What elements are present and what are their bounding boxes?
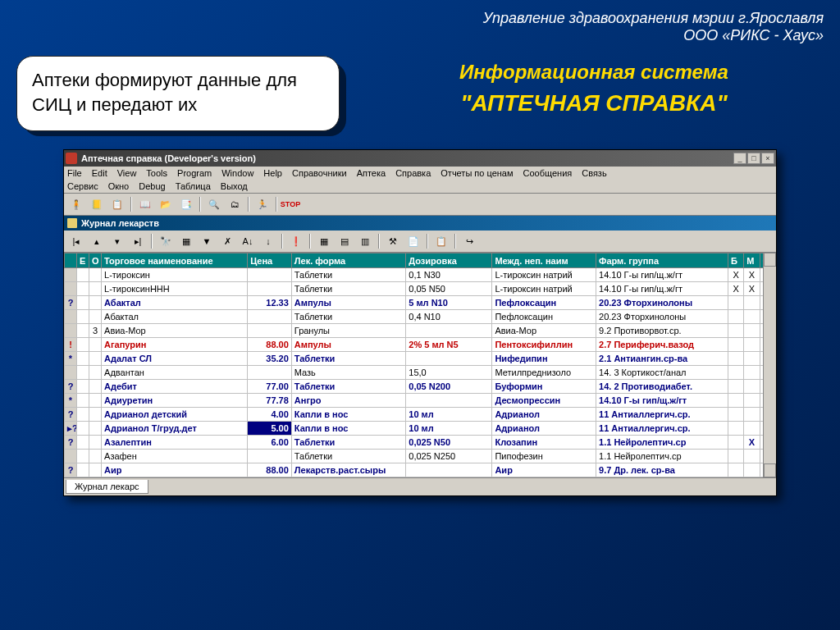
cell-e[interactable] [77, 380, 89, 394]
cell-mark[interactable]: ? [65, 463, 77, 477]
cell-mark[interactable]: ? [65, 380, 77, 394]
cell-inn[interactable]: Десмопрессин [492, 394, 596, 408]
toolbar-icon[interactable]: 📖 [136, 196, 154, 212]
cell-inn[interactable]: Аир [492, 463, 596, 477]
cell-o[interactable] [89, 352, 102, 366]
cell-dose[interactable]: 0,1 N30 [406, 268, 492, 282]
cell-o[interactable] [89, 268, 102, 282]
col-e[interactable]: Е [77, 253, 89, 268]
funnel-icon[interactable]: ▼ [198, 233, 216, 249]
cell-inn[interactable]: Адрианол [492, 408, 596, 422]
cell-inn[interactable]: Пефлоксацин [492, 296, 596, 310]
cell-inn[interactable]: Пентоксифиллин [492, 338, 596, 352]
cell-grp[interactable]: 11 Антиаллергич.ср. [596, 408, 728, 422]
cell-mark[interactable] [65, 282, 77, 296]
cell-grp[interactable]: 14. 3 Кортикост/анал [596, 366, 728, 380]
cell-mark[interactable]: ? [65, 296, 77, 310]
cell-name[interactable]: Адебит [102, 380, 248, 394]
cell-e[interactable] [77, 296, 89, 310]
cell-price[interactable]: 77.00 [248, 380, 292, 394]
cell-mark[interactable]: ? [65, 436, 77, 450]
cell-grp[interactable]: 20.23 Фторхинолоны [596, 296, 728, 310]
cell-m[interactable] [744, 394, 760, 408]
table-row[interactable]: *Адалат СЛ35.20ТаблеткиНифедипин2.1 Анти… [65, 352, 776, 366]
cell-form[interactable]: Таблетки [291, 352, 405, 366]
cell-name[interactable]: Азафен [102, 450, 248, 463]
copy-icon[interactable]: 📋 [432, 233, 450, 249]
menu-item[interactable]: Выход [221, 181, 248, 191]
cell-inn[interactable]: L-тироксин натрий [492, 268, 596, 282]
cell-b[interactable]: Х [728, 268, 743, 282]
cell-form[interactable]: Ангро [291, 394, 405, 408]
cell-b[interactable]: Х [728, 282, 743, 296]
cell-price[interactable]: 12.33 [248, 296, 292, 310]
table-row[interactable]: ?Аир88.00Лекарств.раст.сырыАир9.7 Др. ле… [65, 463, 776, 477]
table-row[interactable]: АбакталТаблетки0,4 N10Пефлоксацин20.23 Ф… [65, 310, 776, 324]
cell-b[interactable] [728, 380, 743, 394]
col-b[interactable]: Б [728, 253, 743, 268]
cell-form[interactable]: Капли в нос [291, 422, 405, 436]
cell-b[interactable] [728, 408, 743, 422]
filter-icon[interactable]: ▦ [177, 233, 195, 249]
menu-item[interactable]: Program [177, 168, 212, 178]
cell-name[interactable]: Агапурин [102, 338, 248, 352]
cell-price[interactable]: 35.20 [248, 352, 292, 366]
cell-o[interactable] [89, 422, 102, 436]
cell-m[interactable] [744, 422, 760, 436]
cell-dose[interactable]: 2% 5 мл N5 [406, 338, 492, 352]
col-o[interactable]: О [89, 253, 102, 268]
cell-inn[interactable]: Пефлоксацин [492, 310, 596, 324]
cell-e[interactable] [77, 463, 89, 477]
cell-b[interactable] [728, 310, 743, 324]
menu-item[interactable]: Сообщения [523, 168, 573, 178]
menu-item[interactable]: Отчеты по ценам [441, 168, 513, 178]
cell-e[interactable] [77, 394, 89, 408]
table-row[interactable]: 3Авиа-МорГранулыАвиа-Мор9.2 Противорвот.… [65, 324, 776, 338]
table-row[interactable]: ?Абактал12.33Ампулы5 мл N10Пефлоксацин20… [65, 296, 776, 310]
nav-up-icon[interactable]: ▴ [88, 233, 106, 249]
table-row[interactable]: L-тироксинТаблетки0,1 N30L-тироксин натр… [65, 268, 776, 282]
cell-e[interactable] [77, 310, 89, 324]
cell-inn[interactable]: Адрианол [492, 422, 596, 436]
cell-form[interactable]: Мазь [291, 366, 405, 380]
cell-name[interactable]: Азалептин [102, 436, 248, 450]
col-grp[interactable]: Фарм. группа [596, 253, 728, 268]
cell-b[interactable] [728, 352, 743, 366]
cell-name[interactable]: Авиа-Мор [102, 324, 248, 338]
nav-first-icon[interactable]: |◂ [67, 233, 85, 249]
toolbar-icon[interactable]: 📂 [157, 196, 175, 212]
cell-form[interactable]: Ампулы [291, 338, 405, 352]
cell-e[interactable] [77, 282, 89, 296]
cell-name[interactable]: Адиуретин [102, 394, 248, 408]
cell-m[interactable]: Х [744, 268, 760, 282]
table-row[interactable]: АдвантанМазь15,0Метилпреднизоло14. 3 Кор… [65, 366, 776, 380]
cell-b[interactable] [728, 366, 743, 380]
col-name[interactable]: Торговое наименование [102, 253, 248, 268]
cell-mark[interactable] [65, 366, 77, 380]
find-icon[interactable]: 🔭 [157, 233, 175, 249]
cell-m[interactable] [744, 408, 760, 422]
nav-down-icon[interactable]: ▾ [108, 233, 126, 249]
toolbar-icon[interactable]: 🔍 [205, 196, 223, 212]
cell-e[interactable] [77, 408, 89, 422]
cell-o[interactable]: 3 [89, 324, 102, 338]
cell-form[interactable]: Таблетки [291, 380, 405, 394]
cell-name[interactable]: Адрианол детский [102, 408, 248, 422]
doc-icon[interactable]: 📄 [404, 233, 422, 249]
menu-item[interactable]: Окно [108, 181, 130, 191]
cell-price[interactable]: 88.00 [248, 463, 292, 477]
menu-item[interactable]: Debug [139, 181, 165, 191]
close-button[interactable]: × [761, 153, 774, 164]
cell-price[interactable] [248, 366, 292, 380]
cell-e[interactable] [77, 366, 89, 380]
cell-grp[interactable]: 14. 2 Противодиабет. [596, 380, 728, 394]
toolbar-icon[interactable]: 🏃 [253, 196, 272, 212]
cell-e[interactable] [77, 352, 89, 366]
cell-mark[interactable]: ▸? [65, 422, 77, 436]
cell-price[interactable] [248, 324, 292, 338]
cell-e[interactable] [77, 324, 89, 338]
cell-name[interactable]: Адвантан [102, 366, 248, 380]
menu-item[interactable]: Справочники [292, 168, 347, 178]
cell-inn[interactable]: L-тироксин натрий [492, 282, 596, 296]
cell-mark[interactable]: * [65, 394, 77, 408]
